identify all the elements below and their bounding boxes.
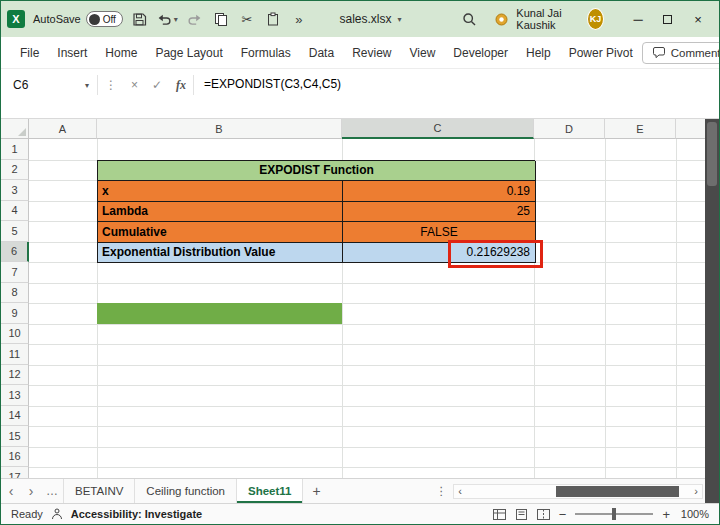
menu-item-view[interactable]: View <box>401 42 445 64</box>
page-layout-view-icon[interactable] <box>515 509 528 520</box>
zoom-slider[interactable] <box>575 507 653 521</box>
column-header-A[interactable]: A <box>29 119 97 139</box>
menu-item-developer[interactable]: Developer <box>444 42 517 64</box>
row-header-17[interactable]: 17 <box>1 467 29 478</box>
column-header-E[interactable]: E <box>605 119 676 139</box>
cell-B5[interactable]: Cumulative <box>98 222 343 243</box>
row-header-14[interactable]: 14 <box>1 406 29 427</box>
chevron-down-icon: ▾ <box>398 15 402 24</box>
autosave-state: Off <box>103 14 116 25</box>
save-icon[interactable] <box>131 10 149 28</box>
kebab-icon[interactable]: ⋮ <box>436 484 448 498</box>
row-header-9[interactable]: 9 <box>1 303 29 324</box>
enter-icon[interactable]: ✓ <box>145 73 169 97</box>
sheet-tab-ceiling-function[interactable]: Ceiling function <box>135 479 237 503</box>
table-title-cell[interactable]: EXPODIST Function <box>98 161 536 182</box>
more-commands-icon[interactable]: » <box>290 10 308 28</box>
cell-B9-green-block[interactable] <box>97 303 342 324</box>
avatar[interactable]: KJ <box>587 8 604 30</box>
comments-button[interactable]: Comments <box>642 42 720 64</box>
copy-icon[interactable] <box>212 10 230 28</box>
redo-icon[interactable] <box>186 10 204 28</box>
cell-C3[interactable]: 0.19 <box>343 181 536 202</box>
menu-item-insert[interactable]: Insert <box>48 42 96 64</box>
zoom-out-button[interactable]: − <box>559 507 567 522</box>
select-all-corner[interactable] <box>1 119 29 139</box>
undo-icon[interactable]: ▾ <box>157 10 178 28</box>
search-icon[interactable] <box>460 10 478 28</box>
menu-item-data[interactable]: Data <box>300 42 343 64</box>
row-header-2[interactable]: 2 <box>1 160 29 181</box>
paste-icon[interactable] <box>264 10 282 28</box>
row-header-3[interactable]: 3 <box>1 180 29 201</box>
user-name[interactable]: Kunal Jai Kaushik <box>516 7 581 31</box>
formula-input[interactable]: =EXPONDIST(C3,C4,C5) <box>194 73 341 91</box>
minimize-button[interactable]: ─ <box>623 6 653 32</box>
cut-icon[interactable]: ✂ <box>238 10 256 28</box>
accessibility-status[interactable]: Accessibility: Investigate <box>71 508 202 520</box>
row-header-16[interactable]: 16 <box>1 447 29 468</box>
sheet-prev-icon[interactable]: ‹ <box>1 479 21 503</box>
scrollbar-thumb[interactable] <box>707 122 717 186</box>
cell-C4[interactable]: 25 <box>343 202 536 223</box>
menu-item-power-pivot[interactable]: Power Pivot <box>560 42 642 64</box>
row-header-7[interactable]: 7 <box>1 262 29 283</box>
name-box[interactable]: C6 ▾ <box>1 73 97 97</box>
column-header-partial[interactable] <box>676 119 707 139</box>
menu-item-help[interactable]: Help <box>517 42 560 64</box>
maximize-button[interactable] <box>653 6 683 32</box>
menu-item-formulas[interactable]: Formulas <box>232 42 300 64</box>
add-sheet-button[interactable]: + <box>303 479 329 503</box>
normal-view-icon[interactable] <box>493 509 506 520</box>
row-header-6[interactable]: 6 <box>1 242 29 263</box>
autosave-toggle[interactable]: AutoSave Off <box>33 11 123 27</box>
row-header-4[interactable]: 4 <box>1 201 29 222</box>
insert-function-icon[interactable]: fx <box>169 73 193 97</box>
page-break-view-icon[interactable] <box>537 509 550 520</box>
file-name-menu[interactable]: sales.xlsx ▾ <box>339 12 401 26</box>
excel-logo-icon[interactable]: X <box>7 10 25 28</box>
row-header-8[interactable]: 8 <box>1 283 29 304</box>
cell-B6[interactable]: Exponential Distribution Value <box>98 243 343 264</box>
row-header-5[interactable]: 5 <box>1 221 29 242</box>
sheet-tab-bar: ‹ › … BETAINVCeiling functionSheet11 + ⋮… <box>1 478 707 503</box>
zoom-level[interactable]: 100% <box>679 508 709 520</box>
chevron-down-icon[interactable]: ▾ <box>85 81 89 90</box>
menu-item-page-layout[interactable]: Page Layout <box>146 42 231 64</box>
accessibility-icon[interactable] <box>51 508 63 520</box>
sheet-tab-betainv[interactable]: BETAINV <box>63 479 135 503</box>
sheet-tab-sheet11[interactable]: Sheet11 <box>237 479 303 503</box>
cell-B4[interactable]: Lambda <box>98 202 343 223</box>
column-header-D[interactable]: D <box>534 119 605 139</box>
gridline <box>605 139 606 478</box>
account-area[interactable]: Kunal Jai Kaushik KJ <box>492 7 604 31</box>
autosave-label: AutoSave <box>33 13 81 25</box>
zoom-slider-thumb[interactable] <box>612 508 616 520</box>
row-header-11[interactable]: 11 <box>1 344 29 365</box>
menu-item-home[interactable]: Home <box>96 42 146 64</box>
column-header-C[interactable]: C <box>342 119 534 139</box>
scroll-right-icon[interactable]: › <box>690 485 702 498</box>
horizontal-scrollbar[interactable]: ‹ › <box>453 484 703 499</box>
autosave-switch[interactable]: Off <box>86 11 123 27</box>
scrollbar-thumb[interactable] <box>556 486 679 497</box>
row-header-10[interactable]: 10 <box>1 324 29 345</box>
column-header-B[interactable]: B <box>97 119 342 139</box>
sheet-next-icon[interactable]: › <box>21 479 41 503</box>
quick-access-toolbar: X AutoSave Off ▾ ✂ <box>7 10 308 28</box>
menu-item-review[interactable]: Review <box>343 42 400 64</box>
cancel-icon[interactable]: × <box>124 73 145 97</box>
name-box-value: C6 <box>13 78 28 92</box>
sheet-list-icon[interactable]: … <box>41 479 63 503</box>
menu-item-file[interactable]: File <box>11 42 48 64</box>
scroll-left-icon[interactable]: ‹ <box>454 485 466 498</box>
row-header-12[interactable]: 12 <box>1 365 29 386</box>
close-button[interactable]: × <box>683 6 713 32</box>
zoom-in-button[interactable]: + <box>662 507 670 522</box>
scrollbar-track[interactable] <box>466 485 690 498</box>
vertical-scrollbar[interactable] <box>705 119 719 503</box>
cell-B3[interactable]: x <box>98 181 343 202</box>
row-header-13[interactable]: 13 <box>1 385 29 406</box>
row-header-1[interactable]: 1 <box>1 139 29 160</box>
row-header-15[interactable]: 15 <box>1 426 29 447</box>
